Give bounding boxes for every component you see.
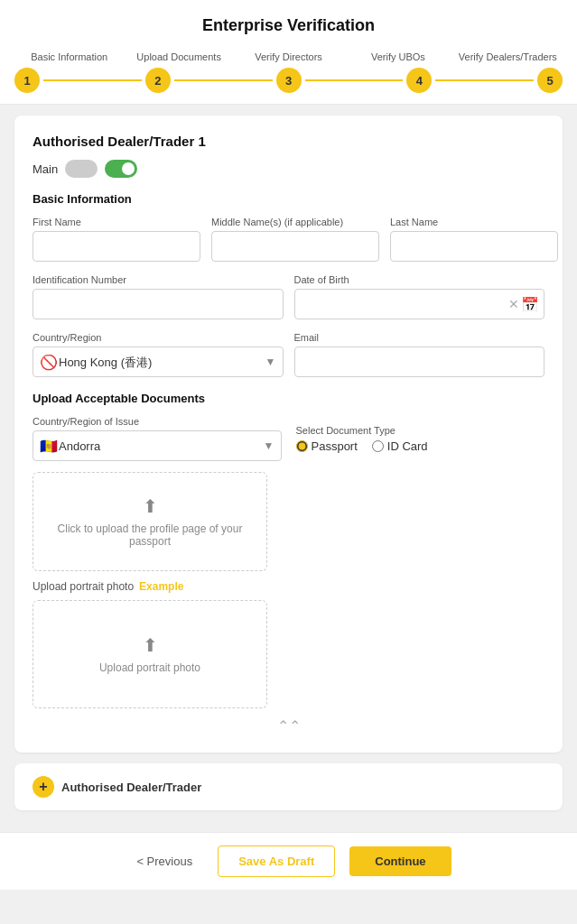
add-circle-icon: + xyxy=(33,776,54,798)
step-circle-5[interactable]: 5 xyxy=(537,68,563,93)
collapse-arrow[interactable]: ⌃⌃ xyxy=(33,717,544,735)
main-toggle-row: Main xyxy=(33,160,544,178)
date-wrapper: 2003-06-18 ✕ 📅 xyxy=(294,289,545,319)
radio-group: Passport ID Card xyxy=(296,439,545,453)
portrait-label-text: Upload portrait photo xyxy=(33,580,134,593)
name-row: First Name Middle Name(s) (if applicable… xyxy=(33,217,544,262)
doc-type-row: Country/Region of Issue 🇦🇩 Andorra ▼ Sel… xyxy=(33,416,544,461)
country-group: Country/Region 🚫 Hong Kong (香港) ▼ xyxy=(33,332,284,377)
first-name-label: First Name xyxy=(33,217,200,227)
id-card-label: ID Card xyxy=(387,439,428,453)
id-card-radio-item[interactable]: ID Card xyxy=(372,439,428,453)
id-dob-row: Identification Number Date of Birth 2003… xyxy=(33,274,544,319)
dob-label: Date of Birth xyxy=(294,274,545,285)
last-name-label: Last Name xyxy=(390,217,558,227)
first-name-input[interactable] xyxy=(33,231,200,262)
page-header: Enterprise Verification xyxy=(0,0,577,44)
portrait-upload-box[interactable]: ⬆ Upload portrait photo xyxy=(33,600,267,708)
first-name-group: First Name xyxy=(33,217,200,262)
last-name-group: Last Name xyxy=(390,217,558,262)
passport-label: Passport xyxy=(312,439,358,453)
middle-name-input[interactable] xyxy=(211,231,379,262)
step-label-5: Verify Dealers/Traders xyxy=(453,51,563,62)
step-circle-4[interactable]: 4 xyxy=(406,68,432,93)
dob-group: Date of Birth 2003-06-18 ✕ 📅 xyxy=(294,274,545,319)
steps-bar: Basic Information Upload Documents Verif… xyxy=(0,44,577,105)
step-line-3 xyxy=(305,79,404,81)
passport-upload-box[interactable]: ⬆ Click to upload the profile page of yo… xyxy=(33,472,267,571)
basic-info-title: Basic Information xyxy=(33,192,544,206)
country-issue-wrapper: 🇦🇩 Andorra ▼ xyxy=(33,430,282,461)
prev-button[interactable]: < Previous xyxy=(126,847,203,875)
id-card-radio[interactable] xyxy=(372,440,384,452)
country-issue-group: Country/Region of Issue 🇦🇩 Andorra ▼ xyxy=(33,416,282,461)
passport-upload-text: Click to upload the profile page of your… xyxy=(42,522,257,548)
country-issue-label: Country/Region of Issue xyxy=(33,416,282,427)
step-circle-1[interactable]: 1 xyxy=(14,68,40,93)
step-label-1: Basic Information xyxy=(14,51,124,62)
toggle-on[interactable] xyxy=(105,160,137,178)
country-select-wrapper: 🚫 Hong Kong (香港) ▼ xyxy=(33,346,284,377)
middle-name-label: Middle Name(s) (if applicable) xyxy=(211,217,379,227)
step-line-2 xyxy=(174,79,273,81)
step-label-2: Upload Documents xyxy=(124,51,233,62)
country-select[interactable]: Hong Kong (香港) xyxy=(33,346,284,377)
step-label-4: Verify UBOs xyxy=(343,51,452,62)
passport-radio[interactable] xyxy=(296,440,308,452)
email-label: Email xyxy=(294,332,545,343)
id-number-group: Identification Number xyxy=(33,274,284,319)
toggle-off[interactable] xyxy=(65,160,98,178)
passport-radio-item[interactable]: Passport xyxy=(296,439,358,453)
middle-name-group: Middle Name(s) (if applicable) xyxy=(211,217,379,262)
step-line-1 xyxy=(43,79,142,81)
main-label: Main xyxy=(33,162,58,176)
page-title: Enterprise Verification xyxy=(0,16,577,35)
country-issue-select[interactable]: Andorra xyxy=(33,430,282,461)
card-title: Authorised Dealer/Trader 1 xyxy=(33,134,544,149)
doc-type-group: Select Document Type Passport ID Card xyxy=(296,425,545,453)
add-dealer-btn[interactable]: + Authorised Dealer/Trader xyxy=(14,763,563,810)
portrait-upload-icon: ⬆ xyxy=(143,634,158,656)
dealer-card: Authorised Dealer/Trader 1 Main Basic In… xyxy=(14,116,563,753)
steps-labels: Basic Information Upload Documents Verif… xyxy=(14,51,563,62)
email-group: Email xyxy=(294,332,545,377)
doc-type-label: Select Document Type xyxy=(296,425,545,436)
example-link[interactable]: Example xyxy=(139,580,183,593)
country-label: Country/Region xyxy=(33,332,284,343)
save-draft-button[interactable]: Save As Draft xyxy=(218,845,335,877)
calendar-icon[interactable]: 📅 xyxy=(521,296,539,313)
continue-button[interactable]: Continue xyxy=(349,846,451,876)
country-email-row: Country/Region 🚫 Hong Kong (香港) ▼ Email xyxy=(33,332,544,377)
last-name-input[interactable] xyxy=(390,231,558,262)
id-number-label: Identification Number xyxy=(33,274,284,285)
steps-track: 1 2 3 4 5 xyxy=(14,68,563,93)
step-label-3: Verify Directors xyxy=(234,51,343,62)
id-number-input[interactable] xyxy=(33,289,284,319)
step-line-4 xyxy=(435,79,534,81)
step-circle-2[interactable]: 2 xyxy=(145,68,171,93)
step-circle-3[interactable]: 3 xyxy=(276,68,302,93)
upload-arrow-icon: ⬆ xyxy=(143,495,158,517)
email-input[interactable] xyxy=(294,346,545,377)
portrait-upload-text: Upload portrait photo xyxy=(99,661,200,674)
add-dealer-label: Authorised Dealer/Trader xyxy=(61,781,201,794)
upload-section-title: Upload Acceptable Documents xyxy=(33,392,544,405)
dob-input[interactable]: 2003-06-18 xyxy=(294,289,545,319)
date-clear-icon[interactable]: ✕ xyxy=(508,297,519,311)
bottom-bar: < Previous Save As Draft Continue xyxy=(0,832,577,890)
content-area: Authorised Dealer/Trader 1 Main Basic In… xyxy=(0,105,577,832)
portrait-label-row: Upload portrait photo Example xyxy=(33,580,544,593)
